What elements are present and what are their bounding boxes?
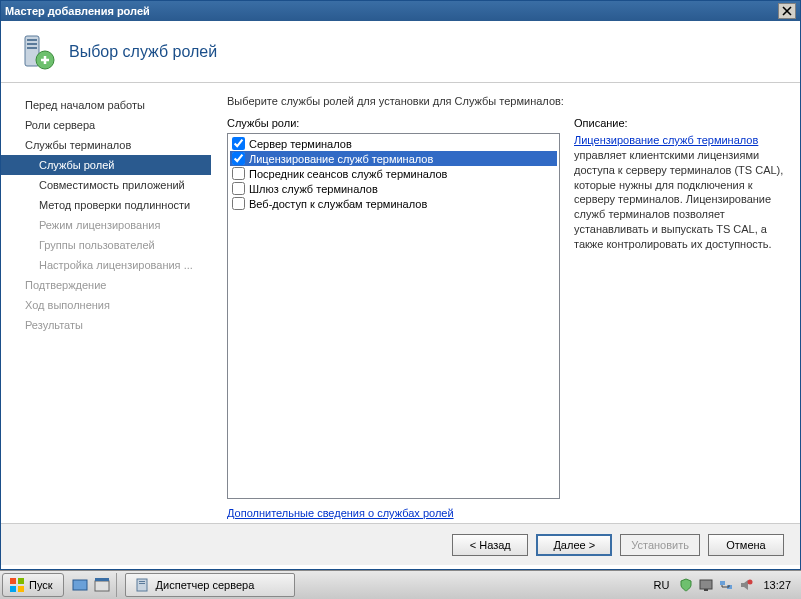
sidebar-item-8: Настройка лицензирования ...: [1, 255, 211, 275]
volume-icon[interactable]: [739, 578, 753, 592]
show-desktop-icon[interactable]: [72, 577, 88, 593]
titlebar[interactable]: Мастер добавления ролей: [1, 1, 800, 21]
start-label: Пуск: [29, 579, 53, 591]
role-checkbox-0[interactable]: [232, 137, 245, 150]
cancel-button[interactable]: Отмена: [708, 534, 784, 556]
more-info-link[interactable]: Дополнительные сведения о службах ролей: [227, 507, 560, 519]
role-item-4[interactable]: Веб-доступ к службам терминалов: [230, 196, 557, 211]
wizard-main: Выберите службы ролей для установки для …: [211, 83, 800, 523]
description-label: Описание:: [574, 117, 784, 129]
svg-rect-12: [137, 579, 147, 591]
sidebar-item-4[interactable]: Совместимость приложений: [1, 175, 211, 195]
role-item-1[interactable]: Лицензирование служб терминалов: [230, 151, 557, 166]
instruction-text: Выберите службы ролей для установки для …: [227, 95, 784, 107]
wizard-header: Выбор служб ролей: [1, 21, 800, 83]
wizard-sidebar: Перед началом работыРоли сервераСлужбы т…: [1, 83, 211, 523]
svg-rect-13: [139, 581, 145, 582]
svg-rect-16: [704, 589, 708, 591]
sidebar-item-0[interactable]: Перед началом работы: [1, 95, 211, 115]
svg-rect-17: [720, 581, 725, 585]
sidebar-item-10: Ход выполнения: [1, 295, 211, 315]
close-button[interactable]: [778, 3, 796, 19]
description-text: Лицензирование служб терминалов управляе…: [574, 133, 784, 252]
vm-icon[interactable]: [699, 578, 713, 592]
description-link[interactable]: Лицензирование служб терминалов: [574, 134, 758, 146]
description-body: управляет клиентскими лицензиями доступа…: [574, 149, 783, 250]
role-label: Сервер терминалов: [249, 138, 352, 150]
server-manager-icon: [134, 577, 150, 593]
window-title: Мастер добавления ролей: [5, 5, 150, 17]
svg-rect-7: [10, 586, 16, 592]
role-item-3[interactable]: Шлюз служб терминалов: [230, 181, 557, 196]
back-button[interactable]: < Назад: [452, 534, 528, 556]
role-label: Лицензирование служб терминалов: [249, 153, 433, 165]
system-tray[interactable]: RU 13:27: [644, 578, 801, 592]
role-label: Посредник сеансов служб терминалов: [249, 168, 447, 180]
wizard-window: Мастер добавления ролей Выбор служб роле…: [0, 0, 801, 570]
svg-rect-8: [18, 586, 24, 592]
page-title: Выбор служб ролей: [69, 43, 217, 61]
role-item-2[interactable]: Посредник сеансов служб терминалов: [230, 166, 557, 181]
close-icon: [782, 6, 792, 16]
roles-label: Службы роли:: [227, 117, 560, 129]
sidebar-item-7: Группы пользователей: [1, 235, 211, 255]
svg-rect-2: [27, 43, 37, 45]
svg-rect-1: [27, 39, 37, 41]
svg-rect-15: [700, 580, 712, 589]
language-indicator[interactable]: RU: [650, 579, 674, 591]
svg-rect-3: [27, 47, 37, 49]
roles-listbox[interactable]: Сервер терминаловЛицензирование служб те…: [227, 133, 560, 499]
role-label: Веб-доступ к службам терминалов: [249, 198, 427, 210]
svg-rect-5: [10, 578, 16, 584]
sidebar-item-1[interactable]: Роли сервера: [1, 115, 211, 135]
wizard-body: Перед началом работыРоли сервераСлужбы т…: [1, 83, 800, 523]
sidebar-item-11: Результаты: [1, 315, 211, 335]
next-button[interactable]: Далее >: [536, 534, 612, 556]
taskbar-task[interactable]: Диспетчер сервера: [125, 573, 295, 597]
wizard-buttons: < Назад Далее > Установить Отмена: [1, 523, 800, 565]
sidebar-item-2[interactable]: Службы терминалов: [1, 135, 211, 155]
svg-point-19: [748, 580, 753, 585]
svg-rect-9: [73, 580, 87, 590]
sidebar-item-3[interactable]: Службы ролей: [1, 155, 211, 175]
role-checkbox-3[interactable]: [232, 182, 245, 195]
taskbar[interactable]: Пуск Диспетчер сервера RU 13:27: [0, 570, 801, 599]
explorer-icon[interactable]: [94, 577, 110, 593]
svg-rect-11: [95, 578, 109, 581]
sidebar-item-9: Подтверждение: [1, 275, 211, 295]
svg-rect-10: [95, 581, 109, 591]
install-button[interactable]: Установить: [620, 534, 700, 556]
network-icon[interactable]: [719, 578, 733, 592]
task-label: Диспетчер сервера: [156, 579, 255, 591]
svg-rect-6: [18, 578, 24, 584]
role-label: Шлюз служб терминалов: [249, 183, 378, 195]
role-item-0[interactable]: Сервер терминалов: [230, 136, 557, 151]
windows-logo-icon: [9, 577, 25, 593]
quick-launch: [66, 573, 117, 597]
shield-icon[interactable]: [679, 578, 693, 592]
sidebar-item-6: Режим лицензирования: [1, 215, 211, 235]
server-role-icon: [17, 32, 57, 72]
svg-rect-14: [139, 583, 145, 584]
sidebar-item-5[interactable]: Метод проверки подлинности: [1, 195, 211, 215]
role-checkbox-4[interactable]: [232, 197, 245, 210]
role-checkbox-2[interactable]: [232, 167, 245, 180]
clock[interactable]: 13:27: [759, 579, 795, 591]
role-checkbox-1[interactable]: [232, 152, 245, 165]
start-button[interactable]: Пуск: [2, 573, 64, 597]
